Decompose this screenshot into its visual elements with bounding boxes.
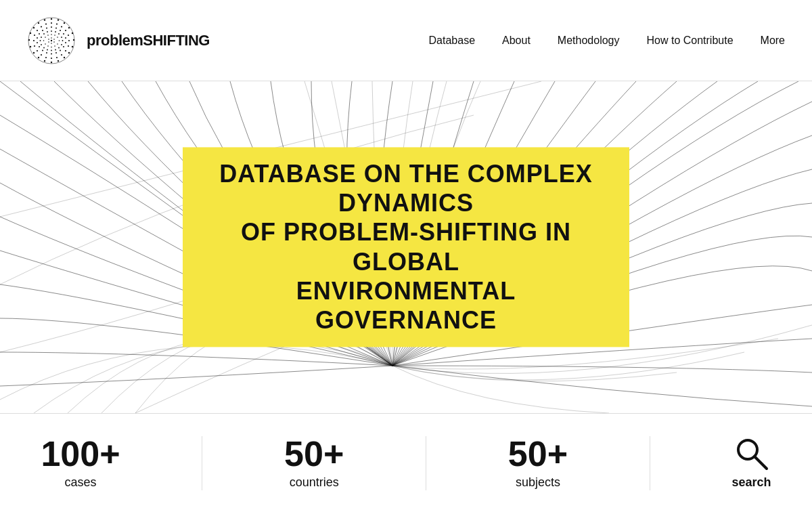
- subjects-label: subjects: [516, 475, 560, 490]
- search-stat[interactable]: search: [732, 436, 771, 490]
- svg-point-90: [51, 43, 52, 44]
- svg-point-82: [47, 45, 49, 47]
- svg-point-9: [64, 56, 65, 58]
- svg-point-93: [51, 39, 52, 41]
- nav-methodology[interactable]: Methodology: [558, 35, 620, 47]
- svg-point-71: [40, 40, 41, 41]
- svg-point-15: [30, 45, 31, 47]
- svg-point-51: [46, 52, 47, 54]
- svg-point-36: [33, 39, 35, 41]
- divider-2: [426, 436, 426, 490]
- svg-point-27: [68, 45, 69, 46]
- stat-cases: 100+ cases: [41, 436, 120, 490]
- svg-point-3: [64, 22, 65, 23]
- divider-1: [202, 436, 202, 490]
- svg-point-7: [72, 45, 73, 47]
- svg-point-17: [30, 32, 31, 33]
- svg-point-33: [41, 54, 42, 55]
- svg-point-1: [51, 18, 52, 19]
- svg-point-31: [51, 57, 52, 58]
- svg-point-56: [39, 33, 40, 35]
- countries-label: countries: [290, 475, 339, 490]
- site-header: problemSHIFTING Database About Methodolo…: [0, 0, 812, 81]
- svg-point-61: [58, 33, 60, 35]
- svg-point-47: [63, 46, 64, 47]
- hero-title-block: DATABASE ON THE COMPLEX DYNAMICS OF PROB…: [183, 147, 629, 347]
- countries-number: 50+: [284, 436, 344, 471]
- divider-3: [650, 436, 650, 490]
- svg-point-75: [51, 34, 52, 35]
- svg-point-53: [39, 46, 40, 47]
- svg-point-59: [51, 30, 52, 32]
- nav-about[interactable]: About: [502, 35, 531, 47]
- svg-point-29: [61, 54, 62, 55]
- stats-bar: 100+ cases 50+ countries 50+ subjects se…: [0, 413, 812, 512]
- cases-number: 100+: [41, 436, 120, 471]
- svg-point-44: [63, 33, 64, 35]
- cases-label: cases: [64, 475, 96, 490]
- svg-point-72: [41, 37, 42, 38]
- svg-point-86: [47, 35, 49, 36]
- svg-point-11: [51, 61, 52, 62]
- svg-point-40: [45, 23, 47, 24]
- svg-point-16: [28, 39, 30, 40]
- svg-point-22: [56, 23, 58, 24]
- svg-point-19: [38, 22, 39, 23]
- svg-point-77: [57, 37, 58, 38]
- svg-point-60: [55, 31, 56, 33]
- svg-point-66: [55, 49, 56, 50]
- svg-point-76: [54, 35, 55, 36]
- logo-area: problemSHIFTING: [27, 16, 210, 65]
- svg-point-58: [46, 27, 47, 28]
- svg-point-46: [65, 42, 66, 43]
- svg-point-48: [60, 49, 61, 51]
- svg-point-14: [33, 51, 35, 53]
- svg-point-24: [65, 29, 66, 30]
- svg-point-69: [43, 47, 45, 48]
- svg-point-39: [41, 26, 42, 27]
- svg-point-21: [51, 22, 52, 23]
- svg-point-80: [54, 45, 55, 47]
- svg-point-20: [44, 19, 45, 20]
- svg-point-18: [33, 26, 35, 28]
- svg-point-45: [65, 37, 66, 39]
- svg-point-92: [48, 39, 49, 40]
- svg-point-63: [62, 40, 64, 41]
- svg-point-65: [58, 47, 60, 48]
- nav-database[interactable]: Database: [429, 35, 476, 47]
- svg-point-38: [37, 29, 38, 30]
- svg-line-95: [754, 456, 767, 469]
- svg-point-89: [53, 41, 55, 43]
- svg-point-87: [51, 37, 52, 39]
- svg-point-67: [51, 49, 52, 51]
- svg-point-35: [34, 45, 35, 46]
- svg-point-79: [57, 43, 58, 45]
- svg-point-62: [61, 37, 62, 38]
- svg-point-13: [38, 56, 39, 58]
- svg-point-64: [61, 44, 62, 45]
- svg-point-5: [72, 32, 73, 33]
- svg-point-54: [37, 42, 38, 43]
- stat-subjects: 50+ subjects: [508, 436, 568, 490]
- svg-point-30: [56, 56, 58, 58]
- search-icon: [734, 436, 769, 471]
- svg-point-85: [45, 37, 46, 38]
- logo-icon: [27, 16, 76, 65]
- svg-point-52: [42, 49, 43, 51]
- svg-point-49: [55, 52, 57, 54]
- svg-point-81: [51, 46, 52, 47]
- svg-point-4: [68, 26, 70, 28]
- svg-point-37: [34, 34, 35, 35]
- nav-more[interactable]: More: [761, 35, 785, 47]
- svg-point-32: [45, 56, 47, 58]
- svg-point-84: [43, 40, 45, 41]
- svg-point-68: [47, 49, 48, 50]
- svg-point-73: [43, 33, 45, 35]
- nav-how-to-contribute[interactable]: How to Contribute: [646, 35, 733, 47]
- svg-point-43: [60, 30, 61, 31]
- svg-point-23: [61, 26, 62, 27]
- svg-point-42: [55, 27, 57, 28]
- svg-point-2: [58, 19, 59, 20]
- svg-point-25: [68, 34, 69, 35]
- svg-point-8: [68, 51, 70, 53]
